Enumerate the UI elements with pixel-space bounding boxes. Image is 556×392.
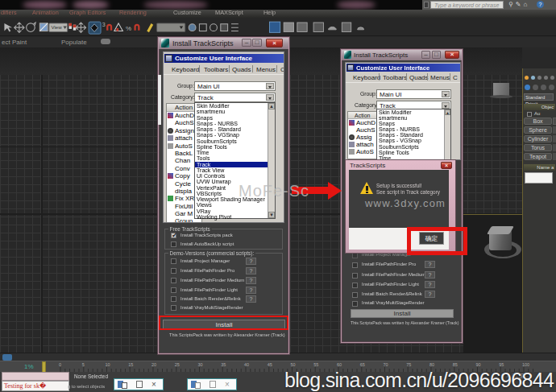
svg-text:%: % xyxy=(126,25,131,32)
svg-text:10: 10 xyxy=(106,362,110,367)
svg-text:95: 95 xyxy=(499,362,504,367)
svg-text:25: 25 xyxy=(175,362,180,367)
svg-text:0: 0 xyxy=(59,362,61,367)
svg-text:30: 30 xyxy=(198,362,203,367)
svg-text:View: View xyxy=(51,24,62,30)
svg-text:70: 70 xyxy=(384,362,388,367)
svg-text:5: 5 xyxy=(82,362,85,367)
svg-text:3: 3 xyxy=(102,22,106,27)
svg-text:40: 40 xyxy=(244,362,249,367)
svg-text:20: 20 xyxy=(151,362,156,367)
svg-text:60: 60 xyxy=(337,362,342,367)
svg-text:50: 50 xyxy=(291,362,296,367)
svg-text:45: 45 xyxy=(268,362,272,367)
svg-text:15: 15 xyxy=(128,362,133,367)
svg-text:80: 80 xyxy=(429,362,434,367)
svg-text:65: 65 xyxy=(360,362,365,367)
svg-text:85: 85 xyxy=(453,362,458,367)
svg-text:55: 55 xyxy=(313,362,318,367)
svg-text:100: 100 xyxy=(522,362,529,367)
svg-text:35: 35 xyxy=(221,362,226,367)
svg-text:90: 90 xyxy=(476,362,481,367)
svg-text:75: 75 xyxy=(406,362,411,367)
